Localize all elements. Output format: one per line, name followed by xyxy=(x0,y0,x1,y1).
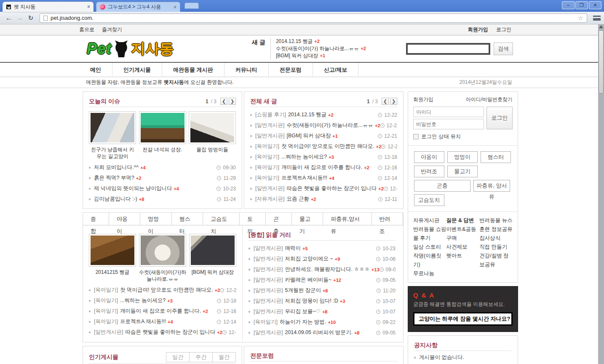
next-arrow-icon[interactable]: ❯ xyxy=(229,98,236,105)
restore-button[interactable]: ❐ xyxy=(575,1,588,9)
ticker-line[interactable]: 수컷(새동이)이(가) 하늘나라로...ㅠㅠ+2 xyxy=(276,45,366,52)
ticker-title[interactable]: 수컷(새동이)이(가) 하늘나라로...ㅠㅠ xyxy=(276,46,359,51)
category-tab[interactable]: 야옹이 xyxy=(109,213,140,225)
scrollbar[interactable] xyxy=(598,24,604,364)
post-row[interactable]: [육아일기] ...뭐하는 놈이세요? +3 12-18 xyxy=(250,152,397,162)
category-button[interactable]: 햄스터 xyxy=(481,151,511,163)
board-link[interactable]: 반려동물 뉴스 xyxy=(479,216,513,225)
post-title[interactable]: 요즘 근황 xyxy=(286,195,309,203)
search-button[interactable]: 검색 xyxy=(494,43,513,55)
post-row[interactable]: [육아일기] 프로젝트A 재시동!!! +4 12-14 xyxy=(250,173,397,183)
prev-arrow-icon[interactable]: ❮ xyxy=(382,98,389,105)
category-tab[interactable]: 햄스터 xyxy=(172,213,203,225)
thumbnail[interactable]: 전갈 녀석의 성장. xyxy=(139,111,186,160)
post-row[interactable]: 제 넉네임의 뜻이되는 냥이입니다 +4 10-23 xyxy=(89,183,236,194)
board-link[interactable]: 직접 만들기 xyxy=(479,243,513,252)
post-title[interactable]: 수컷(새동이)이(가) 하늘나라로...ㅠㅠ xyxy=(286,122,373,129)
category-tab[interactable]: 고슴도치 xyxy=(203,213,240,225)
period-tab[interactable]: 월간 xyxy=(212,352,236,362)
board-link[interactable]: 펫아트 xyxy=(446,252,480,260)
menu-icon[interactable] xyxy=(593,16,601,21)
post-title[interactable]: 저희 모비입니다.^^ xyxy=(94,164,139,171)
nav-item[interactable]: 메인 xyxy=(79,63,112,77)
post-title[interactable]: 2014.12.15 쩽글 xyxy=(288,111,326,118)
post-row[interactable]: [일반게시판] 저희집 고양이에요 ~ +9 10-06 xyxy=(249,254,396,264)
category-button[interactable]: 물고기 xyxy=(447,166,478,177)
post-row[interactable]: [일반게시판] 우리집 보물~♡ +8 10-07 xyxy=(249,306,396,317)
id-field[interactable] xyxy=(413,107,484,117)
signup-link[interactable]: 회원가입 xyxy=(468,27,488,32)
thumbnail[interactable]: 친구가 냥줍해서 키우는 길고양이 xyxy=(89,111,136,160)
post-row[interactable]: [일반게시판] 따숩은 햇빛을 좋아하는 장군이 입니다 +2 12-11 xyxy=(250,183,397,194)
board-link[interactable]: 질문 & 답변 xyxy=(446,216,480,225)
thumbnail-caption[interactable]: 20141215 쩽글 xyxy=(89,269,136,276)
close-button[interactable]: ✕ xyxy=(589,1,601,9)
post-title[interactable]: 하늘이가 자는 방법. xyxy=(280,318,326,326)
post-row[interactable]: [일반게시판] 매력이 +5 10-23 xyxy=(249,243,396,254)
post-title[interactable]: 매력이 xyxy=(285,245,301,252)
thumbnail-caption[interactable]: 수컷(새동이)이(가)하늘나라로.ㅠㅠ xyxy=(139,269,186,282)
period-tab[interactable]: 일간 xyxy=(166,352,190,362)
dog-photo[interactable] xyxy=(190,113,234,142)
post-title[interactable]: 프로젝트A 재시동!!! xyxy=(281,174,327,182)
reload-icon[interactable]: ↻ xyxy=(25,14,36,22)
bookmark-star-icon[interactable]: ☆ xyxy=(578,14,583,22)
category-tab[interactable]: 종합 xyxy=(83,213,109,225)
post-row[interactable]: [일반게시판] 수컷(새동이)이(가) 하늘나라로...ㅠㅠ +2 12-22 xyxy=(250,120,397,131)
post-row[interactable]: [육아일기] ...뭐하는 놈이세요? +3 12-18 xyxy=(89,295,236,306)
qna-question[interactable]: 고양이는 하루에 잠을 몇시간 자나요? xyxy=(413,312,513,326)
post-title[interactable]: 2014.09.05 리버피쉬 방문기. xyxy=(285,329,352,336)
category-tab[interactable]: 반려조 xyxy=(372,213,403,225)
post-title[interactable]: ...뭐하는 놈이세요? xyxy=(120,297,166,304)
post-row[interactable]: [일반게시판] [BGM] 워커 삼대장 +1 12-21 xyxy=(250,131,397,141)
new-tab-button[interactable] xyxy=(184,3,199,9)
post-row[interactable]: [육아일기] 첫 먹이급여! 앞으로도 이만큼만 해다오. +2 12-21 xyxy=(250,141,397,152)
nav-item[interactable]: 전문포럼 xyxy=(269,63,313,77)
post-title[interactable]: ...뭐하는 놈이세요? xyxy=(281,153,327,161)
thumbnail-caption[interactable]: 전갈 녀석의 성장. xyxy=(139,146,186,153)
post-title[interactable]: 첫 먹이급여! 앞으로도 이만큼만 해다오. xyxy=(281,143,374,150)
home-link[interactable]: 홈으로 xyxy=(79,26,94,33)
post-title[interactable]: 프로젝트A 재시동!!! xyxy=(120,318,166,325)
board-link[interactable]: 건강/질병 정보공유 xyxy=(479,252,513,269)
thumbnail[interactable]: 수컷(새동이)이(가)하늘나라로.ㅠㅠ xyxy=(139,234,186,282)
find-id-password-link[interactable]: 아이디/비밀번호찾기 xyxy=(466,96,513,103)
site-logo[interactable]: Pet 지사동 xyxy=(87,39,174,59)
category-button[interactable]: 멍멍이 xyxy=(447,151,478,163)
password-field[interactable] xyxy=(413,119,484,129)
board-link[interactable]: 훈련 정보공유 xyxy=(479,225,513,234)
period-tab[interactable]: 주간 xyxy=(189,352,213,362)
board-link[interactable]: 작명(이름짓기) xyxy=(413,252,446,269)
board-link[interactable]: 무료나눔 xyxy=(413,269,446,278)
post-row[interactable]: 저희 모비입니다.^^ +4 09-30 xyxy=(89,162,236,173)
asphalt-photo[interactable] xyxy=(191,236,235,265)
category-button[interactable]: 고슴도치 xyxy=(414,194,444,206)
ticker-line[interactable]: [BGM] 워커 삼대장+1 xyxy=(276,52,366,59)
post-row[interactable]: [일반게시판] 따숩은 햇빛을 좋아하는 장군이 입니다 +2 12-11 xyxy=(89,327,236,337)
board-link[interactable]: 자유게시판 xyxy=(413,216,446,225)
post-title[interactable]: 개미들이 새 집으로 이주를 합니다. xyxy=(120,308,201,315)
post-title[interactable]: [BGM] 워커 삼대장 xyxy=(286,132,331,139)
ticker-title[interactable]: 2014.12.15 쩽글 xyxy=(276,38,313,44)
post-title[interactable]: 카멜레온 베이비들~ xyxy=(285,276,331,284)
thumbnail[interactable]: 20141215 쩽글 xyxy=(89,234,136,282)
post-title[interactable]: 개미들이 새 집으로 이주를 합니다. xyxy=(281,164,362,171)
minimize-button[interactable]: – xyxy=(562,1,575,9)
favorites-link[interactable]: 즐겨찾기 xyxy=(102,26,122,33)
scorpion-photo[interactable] xyxy=(141,113,184,142)
post-row[interactable]: [일반게시판] 2014.09.05 리버피쉬 방문기. +8 09-05 xyxy=(249,327,396,338)
board-link[interactable]: 이벤트&공동구매 xyxy=(446,225,480,243)
post-row[interactable]: [쇼핑몰 후기] 2014.12.15 쩽글 +2 12-22 xyxy=(250,110,397,120)
post-title[interactable]: 첫 먹이급여! 앞으로도 이만큼만 해다오. xyxy=(120,286,213,294)
board-link[interactable]: 집사상식 xyxy=(479,234,513,243)
address-bar[interactable]: pet.jisadong.com. ☆ xyxy=(40,13,587,23)
post-title[interactable]: 따숩은 햇빛을 좋아하는 장군이 입니다 xyxy=(286,185,377,192)
lizard-photo[interactable] xyxy=(91,236,134,265)
post-title[interactable]: 5개월된 장군이 xyxy=(285,287,321,294)
forward-icon[interactable]: → xyxy=(14,14,25,22)
post-title[interactable]: 흙은 찍먹? 부먹? xyxy=(94,174,134,182)
cat-street-photo[interactable] xyxy=(91,113,134,142)
post-title[interactable]: 안녕하세요. 해물왕자입니다. ㅎㅎㅎ xyxy=(285,266,369,273)
post-title[interactable]: 우리집 보물~♡ xyxy=(285,308,320,315)
prev-arrow-icon[interactable]: ❮ xyxy=(220,98,227,105)
